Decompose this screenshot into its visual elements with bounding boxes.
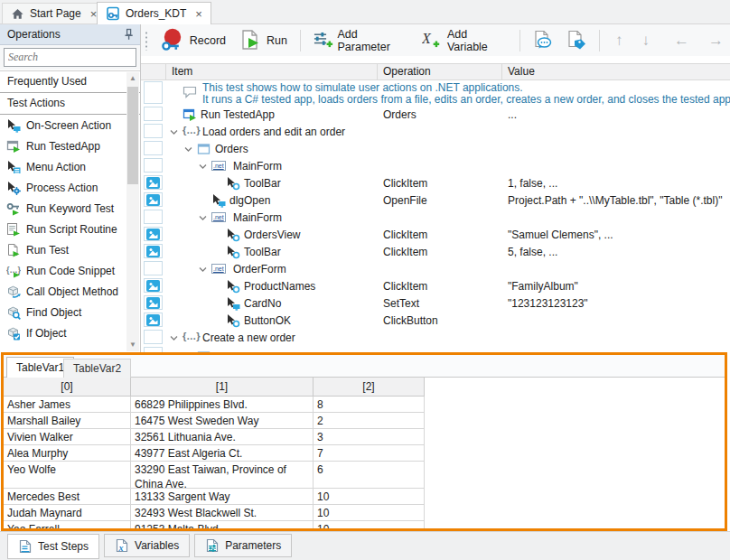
category-test-actions[interactable]: Test Actions [0,93,140,115]
move-left-button[interactable]: ← [668,32,696,50]
tree-row-dlgopen[interactable]: dlgOpen OpenFile Project.Path + "..\\MyT… [141,191,730,209]
image-icon[interactable] [146,314,160,326]
tree-row-toolbar[interactable]: ToolBar ClickItem 5, false, ... [141,243,730,260]
value-cell[interactable]: 1, false, ... [508,177,557,190]
record-button[interactable]: Record [156,26,229,54]
table-row[interactable]: Vivien Walker 32561 Lithuania Ave. 3 [4,429,725,445]
image-icon[interactable] [146,280,160,292]
tree-row-group[interactable]: {…} Load orders and edit an order [141,123,730,140]
toolbar-grip[interactable] [145,31,148,51]
cell[interactable]: 6 [314,462,425,489]
op-run-script-routine[interactable]: Run Script Routine [0,219,140,239]
cell[interactable]: Yeo Wolfe [4,462,131,489]
table-row[interactable]: Yao Farrell 91253 Malta Blvd. 10 [4,521,725,528]
search-input[interactable] [8,51,139,64]
chevron-down-icon[interactable] [170,129,178,135]
table-row[interactable]: Yeo Wolfe 33290 East Taiwan, Province of… [4,462,725,489]
pin-icon[interactable] [123,28,135,41]
cell[interactable]: 3 [314,429,425,445]
operation-cell[interactable]: ClickItem [383,177,427,190]
operation-cell[interactable]: ClickItem [383,280,427,293]
cell[interactable]: Alea Murphy [4,445,131,462]
chevron-down-icon[interactable] [199,266,207,273]
cell[interactable]: Mercedes Best [4,489,131,505]
op-call-object-method[interactable]: Call Object Method [0,281,140,302]
op-run-testedapp[interactable]: Run TestedApp [0,135,140,156]
cell[interactable]: 16475 West Sweden Way [131,413,314,429]
tree-row-orders-partial[interactable]: Orders [141,346,730,352]
image-icon[interactable] [146,229,160,240]
operation-cell[interactable]: SetText [383,297,419,310]
add-parameter-button[interactable]: Add Parameter [310,26,412,55]
footer-tab-parameters[interactable]: Parameters [194,534,292,557]
value-cell[interactable]: Project.Path + "..\\MyTable.tbl", "Table… [508,194,722,207]
cell[interactable]: Marshall Bailey [4,413,131,429]
footer-tab-variables[interactable]: x Variables [104,534,190,557]
tree-row-toolbar[interactable]: ToolBar ClickItem 1, false, ... [141,174,730,191]
value-cell[interactable]: "123123123123" [508,297,588,310]
cell[interactable]: 13133 Sargent Way [131,489,314,505]
chevron-down-icon[interactable] [184,146,192,153]
scrollbar-thumb[interactable] [127,87,138,184]
tree-row-productnames[interactable]: ProductNames ClickItem "FamilyAlbum" [141,277,730,294]
tree-row-comment[interactable]: This test shows how to simulate user act… [141,80,730,106]
tree-row-orders[interactable]: Orders [141,140,730,157]
cell[interactable]: 10 [314,489,425,505]
operation-cell[interactable]: ClickItem [383,229,427,241]
tree-row-cardno[interactable]: CardNo SetText "123123123123" [141,294,730,312]
move-down-button[interactable]: ↓ [636,32,657,50]
cell[interactable]: 91253 Malta Blvd. [131,521,314,528]
image-icon[interactable] [146,194,160,206]
cell[interactable]: 33290 East Taiwan, Province of China Ave… [131,462,314,489]
op-find-object[interactable]: Find Object [0,302,140,322]
cell[interactable]: Yao Farrell [4,521,131,528]
category-frequently-used[interactable]: Frequently Used [0,71,140,93]
operation-cell[interactable]: ClickButton [383,314,438,327]
table-row[interactable]: Marshall Bailey 16475 West Sweden Way 2 [4,413,725,429]
operation-cell[interactable]: ClickItem [383,246,427,258]
add-label-button[interactable] [563,28,590,52]
sidebar-scrollbar[interactable]: ▲ ▼ [126,72,139,351]
cell[interactable]: 32493 West Blackwell St. [131,505,314,521]
chevron-down-icon[interactable] [170,335,178,341]
scroll-down-arrow[interactable]: ▼ [126,339,139,351]
operation-cell[interactable]: Orders [383,108,416,121]
table-row[interactable]: Asher James 66829 Philippines Blvd. 8 [4,397,725,413]
tab-tablevar2[interactable]: TableVar2 [63,359,131,378]
cell[interactable]: 2 [314,413,425,429]
cell[interactable]: 43977 East Algeria Ct. [131,445,314,462]
footer-tab-test-steps[interactable]: Test Steps [7,534,99,559]
value-cell[interactable]: "FamilyAlbum" [508,280,578,293]
chevron-down-icon[interactable] [199,215,207,221]
move-up-button[interactable]: ↑ [609,32,630,50]
scroll-up-arrow[interactable]: ▲ [126,72,139,85]
cell[interactable]: Vivien Walker [4,429,131,445]
cell[interactable]: 66829 Philippines Blvd. [131,397,314,413]
cell[interactable]: 10 [314,521,425,528]
table-row[interactable]: Judah Maynard 32493 West Blackwell St. 1… [4,505,725,521]
op-menu-action[interactable]: Menu Action [0,156,140,177]
image-icon[interactable] [146,246,160,257]
add-variable-button[interactable]: X Add Variable [418,26,510,55]
operation-cell[interactable]: OpenFile [383,194,427,207]
run-button[interactable]: Run [236,27,291,53]
op-run-keyword-test[interactable]: Run Keyword Test [0,198,140,219]
tab-orders-kdt[interactable]: Orders_KDT × [97,2,211,24]
tree-row-run-testedapp[interactable]: Run TestedApp Orders ... [141,106,730,123]
cell[interactable]: 8 [314,397,425,413]
op-run-code-snippet[interactable]: {…} Run Code Snippet [0,260,140,281]
cell[interactable]: 10 [314,505,425,521]
value-cell[interactable]: "Samuel Clemens", ... [508,229,613,241]
close-icon[interactable]: × [195,7,202,21]
tree-row-buttonok[interactable]: ButtonOK ClickButton [141,312,730,329]
tree-row-mainform[interactable]: .net MainForm [141,157,730,174]
image-icon[interactable] [146,297,160,309]
tree-row-orderform[interactable]: .net OrderForm [141,260,730,277]
image-icon[interactable] [146,177,160,189]
tab-start-page[interactable]: Start Page × [2,3,106,24]
op-on-screen-action[interactable]: On-Screen Action [0,115,140,135]
table-row[interactable]: Alea Murphy 43977 East Algeria Ct. 7 [4,445,725,462]
cell[interactable]: 7 [314,445,425,462]
move-right-button[interactable]: → [702,32,730,50]
tree-row-ordersview[interactable]: OrdersView ClickItem "Samuel Clemens", .… [141,226,730,243]
